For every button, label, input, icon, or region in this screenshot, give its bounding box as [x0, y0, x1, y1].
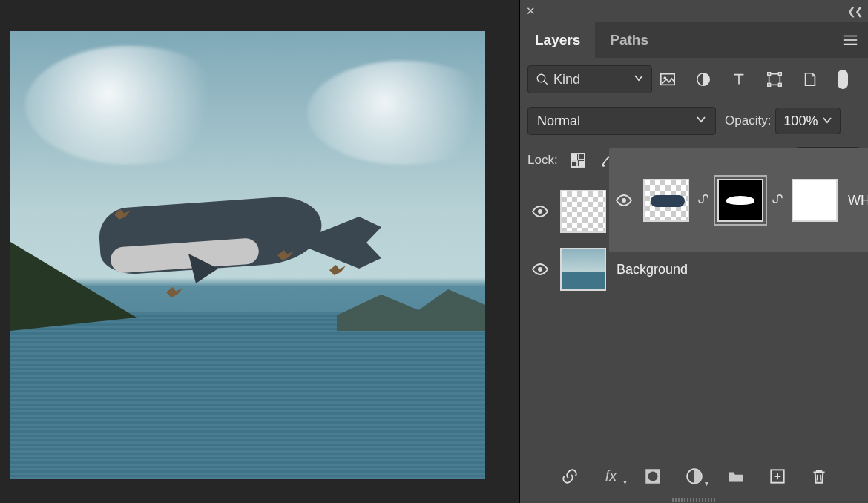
blend-opacity-row: Normal Opacity: 100%	[520, 101, 868, 141]
svg-point-32	[648, 471, 657, 481]
chevron-down-icon	[822, 114, 832, 129]
svg-rect-16	[579, 161, 585, 167]
svg-point-30	[538, 267, 542, 272]
layer-mask-thumbnail[interactable]	[717, 180, 763, 222]
filter-row: Kind	[520, 58, 868, 101]
visibility-toggle[interactable]	[615, 191, 633, 209]
svg-rect-12	[779, 84, 782, 87]
cloud-graphic	[307, 61, 485, 165]
link-icon[interactable]	[771, 192, 784, 208]
bird-graphic	[277, 250, 294, 260]
svg-point-3	[537, 74, 545, 82]
chevron-down-icon	[634, 73, 644, 86]
panel-topbar: ✕ ❮❮	[520, 0, 868, 22]
layer-list: Birds WHALE Background	[520, 180, 868, 456]
layer-name[interactable]: Background	[617, 262, 688, 277]
blend-mode-dropdown[interactable]: Normal	[527, 107, 716, 135]
visibility-toggle[interactable]	[530, 260, 550, 278]
layer-effects-button[interactable]: fx▾	[602, 467, 621, 486]
panel-menu-button[interactable]	[832, 22, 868, 58]
bird-graphic	[329, 265, 346, 275]
add-layer-button[interactable]	[768, 467, 787, 486]
layer-row-whale[interactable]: WHALE	[609, 180, 868, 252]
tab-layers[interactable]: Layers	[520, 22, 595, 58]
cloud-graphic	[25, 46, 233, 165]
filter-type-icon[interactable]	[731, 71, 747, 88]
svg-point-28	[538, 209, 542, 214]
opacity-value: 100%	[783, 114, 818, 129]
bird-graphic	[166, 287, 183, 297]
filter-type-icons	[660, 70, 848, 89]
bird-graphic	[114, 209, 131, 220]
filter-kind-dropdown[interactable]: Kind	[527, 65, 652, 93]
document-canvas[interactable]	[10, 31, 485, 479]
filter-toggle[interactable]	[838, 70, 848, 89]
add-adjustment-button[interactable]: ▾	[685, 467, 704, 486]
delete-layer-button[interactable]	[809, 467, 829, 486]
link-layers-button[interactable]	[560, 467, 579, 486]
panel-resize-grip[interactable]	[520, 496, 868, 503]
svg-rect-14	[579, 154, 585, 160]
chevron-down-icon	[696, 114, 706, 128]
filter-shape-icon[interactable]	[766, 71, 783, 88]
lock-transparency-icon[interactable]	[570, 152, 586, 168]
add-mask-button[interactable]	[643, 467, 662, 486]
search-icon	[536, 73, 549, 86]
layers-panel-footer: fx▾ ▾	[520, 456, 868, 496]
layer-thumbnail[interactable]	[560, 248, 606, 291]
link-icon[interactable]	[697, 192, 710, 208]
svg-rect-11	[768, 84, 771, 87]
svg-rect-9	[768, 73, 771, 76]
svg-rect-13	[571, 154, 577, 160]
opacity-label: Opacity:	[725, 114, 771, 128]
filter-pixel-icon[interactable]	[660, 71, 676, 88]
collapse-panel-button[interactable]: ❮❮	[847, 5, 862, 17]
panel-tabs: Layers Paths	[520, 22, 868, 58]
visibility-toggle[interactable]	[530, 203, 550, 220]
svg-point-29	[622, 198, 626, 203]
layer-mask-thumbnail[interactable]	[792, 180, 838, 222]
blend-mode-value: Normal	[537, 114, 580, 129]
layer-name[interactable]: WHALE	[848, 193, 868, 208]
svg-rect-15	[571, 161, 577, 167]
canvas-area	[0, 0, 519, 503]
layer-thumbnail[interactable]	[643, 180, 689, 222]
close-panel-button[interactable]: ✕	[526, 4, 536, 18]
filter-adjustment-icon[interactable]	[695, 71, 711, 88]
layer-thumbnail[interactable]	[560, 190, 606, 233]
filter-smartobject-icon[interactable]	[802, 71, 818, 88]
tab-paths[interactable]: Paths	[595, 22, 663, 58]
sea-graphic	[10, 312, 485, 479]
mountain-right-graphic	[337, 279, 485, 331]
lock-label: Lock:	[527, 153, 558, 168]
add-group-button[interactable]	[726, 467, 746, 486]
layers-panel: ✕ ❮❮ Layers Paths Kind Normal Opac	[519, 0, 868, 503]
filter-kind-label: Kind	[553, 72, 580, 88]
svg-line-4	[544, 81, 548, 85]
opacity-value-input[interactable]: 100%	[775, 108, 841, 134]
svg-rect-10	[779, 73, 782, 76]
